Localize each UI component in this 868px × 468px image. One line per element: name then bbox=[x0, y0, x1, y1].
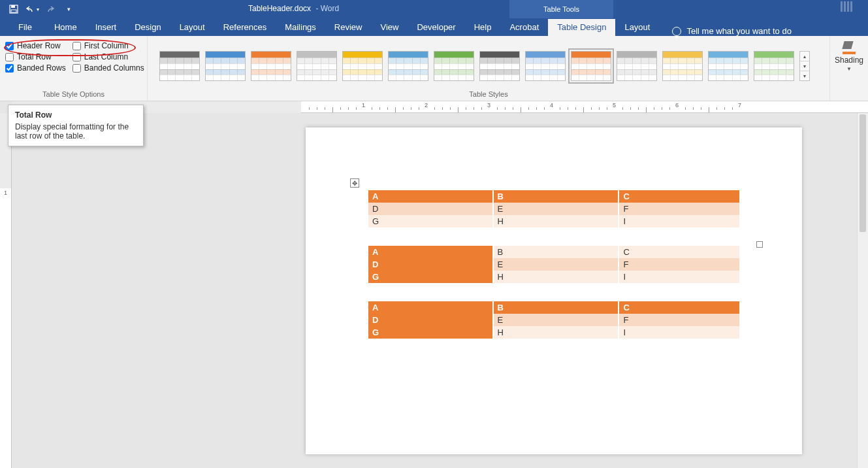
table-style-thumb[interactable] bbox=[708, 51, 748, 81]
checkbox-first-column-input[interactable] bbox=[72, 42, 81, 50]
svg-rect-1 bbox=[11, 5, 15, 8]
tab-layout[interactable]: Layout bbox=[170, 19, 214, 36]
group-label-style-options: Table Style Options bbox=[5, 88, 142, 101]
table-style-thumb[interactable] bbox=[571, 51, 611, 81]
checkbox-banded-columns-input[interactable] bbox=[72, 64, 81, 73]
shading-label: Shading bbox=[835, 56, 863, 65]
qat-customize-icon[interactable]: ▾ bbox=[60, 1, 77, 18]
tab-developer[interactable]: Developer bbox=[408, 19, 464, 36]
window-controls-placeholder bbox=[841, 1, 860, 14]
table-style-thumb[interactable] bbox=[205, 51, 246, 81]
table-style-thumb[interactable] bbox=[754, 51, 794, 81]
group-label-table-styles: Table Styles bbox=[153, 88, 824, 101]
table-style-thumb[interactable] bbox=[434, 51, 474, 81]
table-style-thumb[interactable] bbox=[342, 51, 383, 81]
quick-access-toolbar: ▾ ▾ bbox=[0, 1, 77, 18]
undo-icon[interactable]: ▾ bbox=[24, 1, 40, 18]
tab-insert[interactable]: Insert bbox=[86, 19, 126, 36]
gallery-more-button[interactable]: ▴▾▾ bbox=[799, 51, 810, 81]
table-style-thumb[interactable] bbox=[388, 51, 428, 81]
checkbox-header-row-input[interactable] bbox=[5, 42, 14, 50]
tab-acrobat[interactable]: Acrobat bbox=[500, 19, 548, 36]
table-style-thumb[interactable] bbox=[297, 51, 337, 81]
checkbox-banded-rows-input[interactable] bbox=[5, 64, 14, 73]
ribbon-tabs: File Home Insert Design Layout Reference… bbox=[0, 18, 868, 36]
tab-references[interactable]: References bbox=[214, 19, 276, 36]
tab-file[interactable]: File bbox=[9, 19, 41, 36]
save-icon[interactable] bbox=[5, 1, 22, 18]
chevron-down-icon: ▼ bbox=[846, 66, 852, 72]
app-name-suffix: - Word bbox=[313, 4, 339, 13]
tab-view[interactable]: View bbox=[371, 19, 408, 36]
ribbon: Header Row First Column Total Row Last C… bbox=[0, 36, 868, 101]
table-style-thumb[interactable] bbox=[525, 51, 566, 81]
tab-review[interactable]: Review bbox=[325, 19, 372, 36]
checkbox-first-column[interactable]: First Column bbox=[72, 41, 144, 50]
table-style-thumb[interactable] bbox=[662, 51, 703, 81]
table-style-thumb[interactable] bbox=[159, 51, 200, 81]
tab-mailings[interactable]: Mailings bbox=[276, 19, 325, 36]
table-style-thumb[interactable] bbox=[479, 51, 520, 81]
tell-me-search[interactable]: Tell me what you want to do bbox=[672, 26, 791, 36]
paint-bucket-icon bbox=[841, 40, 857, 54]
tell-me-placeholder: Tell me what you want to do bbox=[686, 26, 791, 36]
group-shading: Shading ▼ bbox=[830, 36, 868, 101]
checkbox-header-row[interactable]: Header Row bbox=[5, 41, 66, 50]
tab-table-design[interactable]: Table Design bbox=[548, 19, 615, 36]
tab-help[interactable]: Help bbox=[465, 19, 501, 36]
table-style-thumb[interactable] bbox=[617, 51, 657, 81]
contextual-tab-label: Table Tools bbox=[509, 0, 613, 18]
svg-rect-2 bbox=[11, 10, 16, 12]
checkbox-total-row-label: Total Row bbox=[17, 52, 52, 61]
tab-home[interactable]: Home bbox=[45, 19, 86, 36]
group-table-style-options: Header Row First Column Total Row Last C… bbox=[0, 36, 148, 101]
tab-design[interactable]: Design bbox=[125, 19, 170, 36]
checkbox-last-column-input[interactable] bbox=[72, 53, 81, 61]
checkbox-total-row-input[interactable] bbox=[5, 53, 14, 61]
table-styles-gallery[interactable]: ▴▾▾ bbox=[153, 40, 824, 88]
window-title: TableHeader.docx - Word bbox=[248, 4, 339, 13]
tab-table-layout[interactable]: Layout bbox=[615, 19, 659, 36]
checkbox-first-column-label: First Column bbox=[84, 41, 129, 50]
checkbox-banded-columns[interactable]: Banded Columns bbox=[72, 63, 144, 73]
table-style-thumb[interactable] bbox=[251, 51, 291, 81]
checkbox-banded-columns-label: Banded Columns bbox=[84, 63, 144, 73]
group-table-styles: ▴▾▾ Table Styles bbox=[148, 36, 830, 101]
checkbox-total-row[interactable]: Total Row bbox=[5, 52, 66, 61]
checkbox-header-row-label: Header Row bbox=[17, 41, 61, 50]
checkbox-last-column-label: Last Column bbox=[84, 52, 128, 61]
checkbox-banded-rows[interactable]: Banded Rows bbox=[5, 63, 66, 73]
checkbox-last-column[interactable]: Last Column bbox=[72, 52, 144, 61]
title-bar: ▾ ▾ TableHeader.docx - Word Table Tools bbox=[0, 0, 868, 18]
document-name: TableHeader.docx bbox=[248, 4, 311, 13]
lightbulb-icon bbox=[672, 27, 681, 36]
redo-icon[interactable] bbox=[42, 1, 59, 18]
checkbox-banded-rows-label: Banded Rows bbox=[17, 63, 66, 73]
shading-button[interactable]: Shading ▼ bbox=[835, 40, 863, 72]
